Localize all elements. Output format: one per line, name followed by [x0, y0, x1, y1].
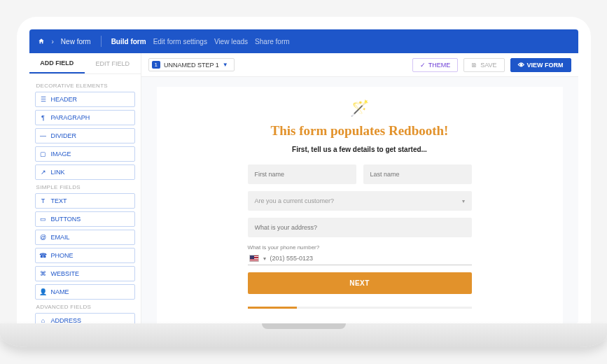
nav-build-form[interactable]: Build form	[111, 38, 146, 46]
buttons-icon: ▭	[40, 216, 47, 223]
save-icon: 🗎	[471, 62, 477, 69]
nav-share-form[interactable]: Share form	[255, 38, 289, 46]
field-email[interactable]: @EMAIL	[35, 230, 135, 245]
top-nav-bar: › New form Build form Edit form settings…	[29, 29, 578, 53]
theme-button[interactable]: ✓THEME	[412, 58, 459, 72]
tab-edit-field[interactable]: EDIT FIELD	[85, 53, 141, 74]
field-image[interactable]: ▢IMAGE	[35, 146, 135, 162]
home-icon[interactable]	[38, 38, 45, 45]
divider-icon: —	[40, 132, 47, 139]
breadcrumb-current: New form	[61, 38, 91, 46]
chevron-down-icon[interactable]: ▾	[263, 255, 266, 262]
last-name-input[interactable]	[363, 164, 472, 184]
field-divider[interactable]: —DIVIDER	[35, 128, 135, 144]
field-paragraph[interactable]: ¶PARAGRAPH	[35, 110, 135, 125]
customer-select[interactable]: Are you a current customer? ▾	[248, 191, 472, 211]
link-icon: ↗	[40, 169, 47, 176]
form-canvas: 🪄 This form populates Redbooth! First, t…	[157, 87, 563, 323]
step-selector[interactable]: 1 UNNAMED STEP 1 ▼	[148, 58, 235, 71]
field-sidebar: ADD FIELD EDIT FIELD DECORATIVE ELEMENTS…	[29, 53, 141, 323]
field-website[interactable]: ⌘WEBSITE	[35, 266, 135, 281]
phone-input[interactable]	[270, 255, 470, 262]
wand-icon: ✓	[420, 62, 426, 69]
first-name-input[interactable]	[248, 164, 356, 184]
address-icon: ⌂	[40, 317, 47, 323]
divider	[101, 36, 102, 47]
us-flag-icon[interactable]	[249, 255, 259, 262]
paragraph-icon: ¶	[40, 114, 47, 121]
next-button[interactable]: NEXT	[248, 272, 472, 294]
form-subtitle: First, tell us a few details to get star…	[292, 146, 427, 153]
field-header[interactable]: ☰HEADER	[35, 92, 135, 107]
view-form-button[interactable]: 👁VIEW FORM	[510, 58, 571, 72]
field-name[interactable]: 👤NAME	[35, 284, 135, 300]
chevron-down-icon: ▾	[462, 198, 465, 204]
section-decorative: DECORATIVE ELEMENTS	[36, 83, 135, 89]
field-text[interactable]: TTEXT	[35, 193, 135, 209]
chevron-right-icon: ›	[52, 38, 54, 46]
save-button[interactable]: 🗎SAVE	[463, 58, 504, 72]
address-input[interactable]	[248, 218, 472, 237]
email-icon: @	[40, 234, 47, 241]
tab-add-field[interactable]: ADD FIELD	[29, 53, 85, 74]
eye-icon: 👁	[518, 62, 524, 69]
phone-icon: ☎	[40, 252, 47, 259]
nav-edit-settings[interactable]: Edit form settings	[153, 38, 207, 46]
website-icon: ⌘	[40, 270, 47, 277]
chevron-down-icon: ▼	[223, 62, 228, 68]
field-address[interactable]: ⌂ADDRESS	[35, 313, 135, 323]
text-icon: T	[40, 197, 47, 204]
form-toolbar: 1 UNNAMED STEP 1 ▼ ✓THEME 🗎SAVE 👁VIEW FO…	[141, 53, 578, 77]
field-buttons[interactable]: ▭BUTTONS	[35, 211, 135, 227]
step-label: UNNAMED STEP 1	[164, 62, 219, 69]
section-simple: SIMPLE FIELDS	[36, 184, 135, 190]
laptop-base	[0, 323, 607, 347]
form-title: This form populates Redbooth!	[271, 123, 449, 139]
name-icon: 👤	[40, 288, 47, 295]
phone-label: What is your phone number?	[248, 244, 472, 251]
field-link[interactable]: ↗LINK	[35, 164, 135, 180]
phone-field[interactable]: ▾	[248, 252, 472, 265]
magic-wand-icon: 🪄	[350, 99, 369, 118]
progress-bar	[248, 307, 472, 309]
section-advanced: ADVANCED FIELDS	[36, 304, 135, 310]
nav-view-leads[interactable]: View leads	[214, 38, 248, 46]
header-icon: ☰	[40, 96, 47, 103]
image-icon: ▢	[40, 150, 47, 158]
field-phone[interactable]: ☎PHONE	[35, 248, 135, 263]
step-number: 1	[152, 61, 160, 69]
